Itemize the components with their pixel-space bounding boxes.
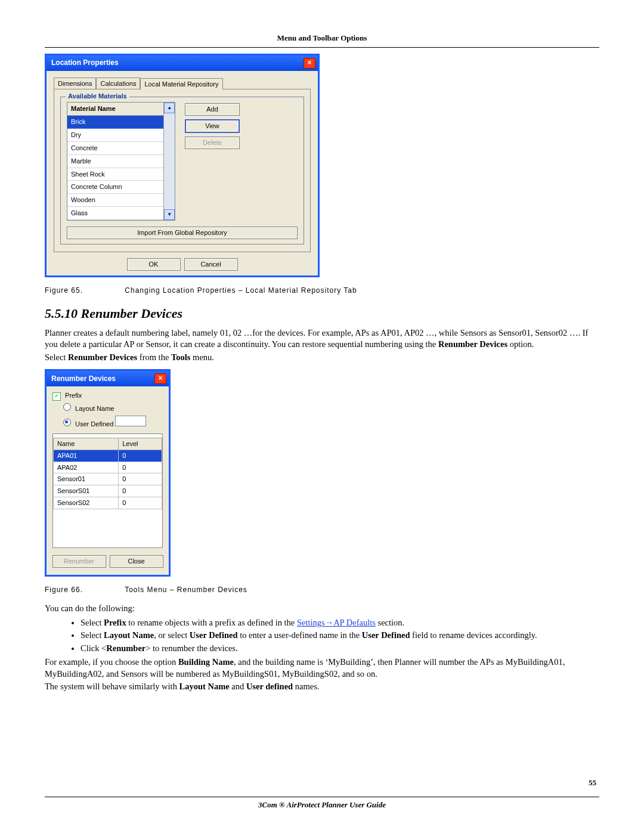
- cancel-button[interactable]: Cancel: [184, 258, 238, 271]
- dialog-title: Renumber Devices: [51, 374, 116, 383]
- table-row[interactable]: APA010: [54, 450, 162, 462]
- material-row[interactable]: Concrete Column: [67, 181, 163, 194]
- material-row[interactable]: Glass: [67, 207, 163, 220]
- ok-button[interactable]: OK: [127, 258, 181, 271]
- figure-65-caption: Figure 65. Changing Location Properties …: [45, 286, 599, 295]
- footer-rule: [45, 797, 599, 797]
- checkbox-icon: ✓: [52, 392, 61, 401]
- prefix-checkbox[interactable]: ✓ Prefix: [52, 391, 163, 401]
- table-row[interactable]: SensorS020: [54, 497, 162, 509]
- settings-ap-defaults-link[interactable]: Settings→AP Defaults: [297, 618, 376, 627]
- table-row[interactable]: Sensor010: [54, 473, 162, 485]
- figure-66-caption: Figure 66. Tools Menu – Renumber Devices: [45, 585, 599, 594]
- body-text: For example, if you choose the option Bu…: [45, 657, 599, 680]
- renumber-devices-dialog: Renumber Devices × ✓ Prefix Layout Name …: [45, 369, 171, 577]
- close-icon[interactable]: ×: [304, 58, 315, 69]
- list-item: Select Prefix to rename objects with a p…: [80, 617, 599, 629]
- header-rule: [45, 47, 599, 48]
- add-button[interactable]: Add: [185, 103, 240, 116]
- material-row[interactable]: Concrete: [67, 142, 163, 155]
- close-button[interactable]: Close: [110, 555, 163, 568]
- material-name-header: Material Name: [67, 103, 163, 116]
- location-properties-dialog: Location Properties × Dimensions Calcula…: [45, 54, 320, 277]
- list-item: Select Layout Name, or select User Defin…: [80, 630, 599, 642]
- table-row[interactable]: APA020: [54, 462, 162, 473]
- list-item: Click <Renumber> to renumber the devices…: [80, 643, 599, 655]
- material-row[interactable]: Sheet Rock: [67, 168, 163, 181]
- user-defined-radio[interactable]: User Defined: [63, 416, 163, 429]
- tab-dimensions[interactable]: Dimensions: [54, 78, 96, 90]
- view-button[interactable]: View: [185, 119, 240, 133]
- available-materials-label: Available Materials: [66, 92, 129, 101]
- body-text: You can do the following:: [45, 603, 599, 615]
- page-footer: 3Com ® AirProtect Planner User Guide: [0, 800, 644, 810]
- close-icon[interactable]: ×: [154, 373, 166, 384]
- page-header: Menu and Toolbar Options: [45, 33, 599, 44]
- tab-calculations[interactable]: Calculations: [96, 78, 140, 90]
- dialog-title: Location Properties: [51, 58, 119, 67]
- col-level: Level: [119, 438, 162, 450]
- delete-button: Delete: [185, 137, 240, 149]
- material-row[interactable]: Marble: [67, 155, 163, 168]
- devices-table[interactable]: Name Level APA010APA020Sensor010SensorS0…: [53, 438, 162, 509]
- radio-icon: [63, 403, 71, 411]
- scroll-down-icon[interactable]: ▾: [164, 209, 175, 220]
- body-text: The system will behave similarly with La…: [45, 681, 599, 693]
- bullet-list: Select Prefix to rename objects with a p…: [80, 617, 599, 655]
- material-row[interactable]: Wooden: [67, 194, 163, 207]
- body-text: Select Renumber Devices from the Tools m…: [45, 352, 599, 364]
- table-row[interactable]: SensorS010: [54, 485, 162, 497]
- tab-local-material-repository[interactable]: Local Material Repository: [140, 78, 222, 91]
- user-defined-input[interactable]: [115, 416, 146, 426]
- layout-name-radio[interactable]: Layout Name: [63, 403, 163, 413]
- renumber-button: Renumber: [52, 555, 106, 568]
- materials-listbox[interactable]: Material Name BrickDryConcreteMarbleShee…: [67, 102, 175, 221]
- material-row[interactable]: Brick: [67, 116, 163, 129]
- section-heading: 5.5.10 Renumber Devices: [45, 305, 599, 323]
- scroll-up-icon[interactable]: ▴: [164, 103, 175, 113]
- import-global-button[interactable]: Import From Global Repository: [67, 227, 298, 239]
- col-name: Name: [54, 438, 119, 450]
- body-text: Planner creates a default numbering labe…: [45, 327, 599, 351]
- radio-icon: [63, 419, 71, 426]
- page-number: 55: [589, 778, 596, 788]
- material-row[interactable]: Dry: [67, 129, 163, 142]
